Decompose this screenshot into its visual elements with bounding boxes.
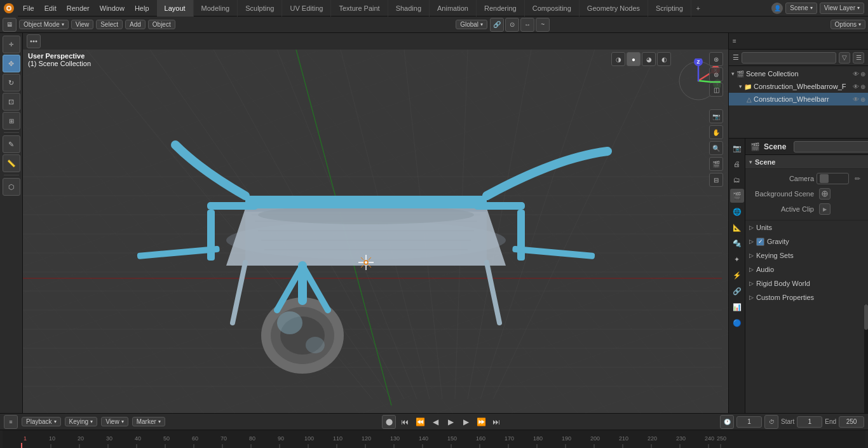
outliner-filter-btn[interactable]: ▽ — [839, 52, 850, 64]
custom-properties-section[interactable]: ▷ Custom Properties — [745, 290, 868, 304]
outliner-menu-btn[interactable]: ☰ — [733, 53, 739, 62]
object-mode-btn[interactable]: Object Mode ▾ — [19, 20, 69, 29]
transform-extra-btn[interactable]: ↔ — [520, 18, 534, 32]
viewport-scene[interactable] — [23, 50, 728, 413]
options-btn[interactable]: Options ▾ — [831, 20, 865, 29]
keying-btn[interactable]: Keying ▾ — [65, 417, 98, 426]
next-frame-btn[interactable]: ⏩ — [475, 416, 487, 428]
add-btn[interactable]: Add — [125, 20, 146, 29]
start-frame-input[interactable] — [797, 416, 822, 428]
tab-scripting[interactable]: Scripting — [648, 0, 691, 17]
outliner-item-2[interactable]: △ Construction_Wheelbarr 👁 ⊕ — [729, 93, 868, 105]
vp-zoom-btn[interactable]: 🔍 — [709, 141, 723, 155]
scale-tool[interactable]: ⊡ — [3, 93, 20, 111]
gravity-section[interactable]: ▷ ✓ Gravity — [745, 234, 868, 248]
timeline-menu-btn[interactable]: ≡ — [4, 415, 18, 429]
tab-uv-editing[interactable]: UV Editing — [282, 0, 331, 17]
props-scrollbar-thumb[interactable] — [864, 304, 868, 330]
camera-value[interactable] — [817, 173, 849, 184]
end-frame-input[interactable] — [839, 416, 864, 428]
transform-btn[interactable]: Global ▾ — [456, 20, 487, 29]
viewport[interactable]: User Perspective (1) Scene Collection X … — [23, 33, 728, 413]
object-btn[interactable]: Object — [148, 20, 175, 29]
prop-output-icon[interactable]: 🖨 — [730, 157, 744, 171]
outliner-eye-2[interactable]: 👁 — [853, 96, 859, 103]
prop-view-layer-icon[interactable]: 🗂 — [730, 173, 744, 187]
keyframe-btn[interactable]: ⬤ — [382, 415, 396, 429]
measure-tool[interactable]: 📏 — [3, 154, 20, 172]
menu-file[interactable]: File — [18, 0, 39, 16]
vp-camera-btn[interactable]: 📷 — [709, 109, 723, 123]
rotate-tool[interactable]: ↻ — [3, 74, 20, 92]
user-icon[interactable]: 👤 — [771, 3, 783, 14]
tab-compositing[interactable]: Compositing — [525, 0, 580, 17]
outliner-scene-collection[interactable]: ▾ 🎬 Scene Collection 👁 ⊕ — [729, 67, 868, 80]
tab-layout[interactable]: Layout — [157, 0, 194, 17]
tab-animation[interactable]: Animation — [430, 0, 477, 17]
material-btn[interactable]: ◕ — [642, 52, 656, 66]
outliner-item-1[interactable]: ▾ 📁 Construction_Wheelbarrow_F 👁 ⊕ — [729, 80, 868, 93]
view-btn[interactable]: View — [71, 20, 94, 29]
tab-modeling[interactable]: Modeling — [194, 0, 238, 17]
tl-view-btn[interactable]: View ▾ — [101, 417, 128, 426]
blender-logo[interactable] — [0, 0, 18, 17]
jump-start-btn[interactable]: ⏮ — [398, 416, 411, 428]
tab-texture-paint[interactable]: Texture Paint — [331, 0, 388, 17]
prop-world-icon[interactable]: 🌐 — [730, 205, 744, 219]
timeline-ruler[interactable]: 1 10 20 30 40 50 60 70 80 90 100 110 120 — [0, 430, 868, 448]
prop-material-icon[interactable]: 🔵 — [730, 316, 744, 330]
prev-keyframe-btn[interactable]: ◀ — [429, 416, 442, 428]
wireframe-btn[interactable]: ◑ — [611, 52, 625, 66]
menu-render[interactable]: Render — [62, 0, 95, 16]
prop-constraints-icon[interactable]: 🔗 — [730, 284, 744, 298]
audio-section[interactable]: ▷ Audio — [745, 262, 868, 276]
vp-header-menu[interactable] — [27, 34, 41, 48]
props-search-input[interactable] — [794, 141, 868, 153]
prev-frame-btn[interactable]: ⏪ — [414, 416, 426, 428]
menu-edit[interactable]: Edit — [39, 0, 62, 16]
outliner-restrict-btn[interactable]: ☰ — [853, 52, 864, 64]
next-keyframe-btn[interactable]: ▶ — [459, 416, 472, 428]
tab-shading[interactable]: Shading — [388, 0, 430, 17]
outliner-eye-scene[interactable]: 👁 — [853, 71, 859, 78]
rigid-body-world-section[interactable]: ▷ Rigid Body World — [745, 276, 868, 290]
scene-selector[interactable]: Scene ▾ — [785, 3, 817, 14]
show-overlay-btn[interactable]: ⊜ — [709, 67, 723, 81]
active-clip-icon[interactable]: ▶ — [819, 203, 831, 215]
prop-modifier-icon[interactable]: 🔩 — [730, 236, 744, 250]
outliner-eye-1[interactable]: 👁 — [853, 83, 859, 90]
menu-help[interactable]: Help — [130, 0, 154, 16]
marker-btn[interactable]: Marker ▾ — [132, 417, 165, 426]
frame-rate-icon[interactable]: ⏱ — [764, 415, 778, 429]
tab-sculpting[interactable]: Sculpting — [238, 0, 282, 17]
prop-physics-icon[interactable]: ⚡ — [730, 268, 744, 282]
vp-hand-btn[interactable]: ✋ — [709, 125, 723, 139]
tab-add[interactable]: + — [691, 1, 705, 15]
outliner-restrict-1[interactable]: ⊕ — [860, 83, 865, 90]
move-tool[interactable]: ✥ — [3, 55, 20, 72]
prop-object-icon[interactable]: 📐 — [730, 221, 744, 234]
annotate-tool[interactable]: ✎ — [3, 135, 20, 153]
outliner-search-input[interactable] — [742, 52, 836, 64]
xray-btn[interactable]: ◫ — [709, 83, 723, 97]
rendered-btn[interactable]: ◐ — [657, 52, 671, 66]
prop-data-icon[interactable]: 📊 — [730, 300, 744, 314]
tab-rendering[interactable]: Rendering — [477, 0, 525, 17]
camera-eyedropper[interactable]: ✏ — [851, 173, 863, 184]
gravity-checkbox[interactable]: ✓ — [756, 238, 764, 246]
select-btn[interactable]: Select — [96, 20, 123, 29]
cursor-tool[interactable]: ✛ — [3, 36, 20, 53]
prop-particles-icon[interactable]: ✦ — [730, 252, 744, 266]
add-object-tool[interactable]: ⬡ — [3, 178, 20, 196]
scene-section-header[interactable]: ▾ Scene — [745, 155, 868, 169]
proportional2-btn[interactable]: ~ — [536, 18, 550, 32]
menu-window[interactable]: Window — [95, 0, 130, 16]
prop-scene-icon[interactable]: 🎬 — [730, 189, 744, 203]
snap-btn[interactable]: 🔗 — [490, 18, 504, 32]
outliner-restrict-2[interactable]: ⊕ — [860, 96, 865, 103]
current-frame-input[interactable] — [736, 416, 762, 428]
proportional-btn[interactable]: ⊙ — [505, 18, 519, 32]
tab-geometry-nodes[interactable]: Geometry Nodes — [580, 0, 648, 17]
units-section[interactable]: ▷ Units — [745, 221, 868, 234]
solid-btn[interactable]: ● — [627, 52, 641, 66]
